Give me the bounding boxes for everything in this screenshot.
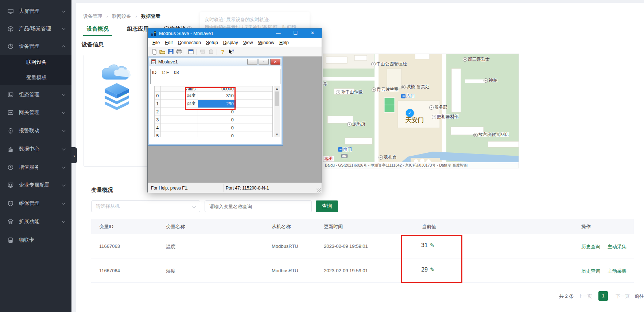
sidebar-item-extensions[interactable]: 扩展功能 [0,213,71,230]
resize-grip[interactable] [317,188,321,192]
shield-icon [7,200,14,207]
sidebar-item-product-mgmt[interactable]: 产品/场景管理 [0,20,71,38]
tab-device-overview[interactable]: 设备概况 [83,26,112,36]
help-icon[interactable]: ? [218,48,227,55]
variable-search-input[interactable] [205,200,312,212]
chevron-down-icon [62,183,66,187]
disconnect-icon[interactable] [207,48,215,55]
pagination-page-1[interactable]: 1 [598,291,608,301]
chevron-down-icon [193,205,196,208]
history-query-link[interactable]: 历史查询 [581,243,600,250]
minimize-button[interactable]: — [272,28,284,38]
menu-view[interactable]: View [241,40,256,45]
map-poi-label [341,154,348,158]
alias-cell[interactable]: 温度 [161,92,198,100]
breadcrumb-device-mgmt[interactable]: 设备管理 [83,13,102,19]
sidebar-item-variable-templates[interactable]: 变量模板 [0,70,71,85]
chevron-up-icon [62,45,66,49]
table-header-row: 变量ID 变量名称 从机名称 更新时间 当前值 操作 [91,219,634,234]
alias-cell[interactable] [161,116,198,124]
menu-setup[interactable]: Setup [203,40,221,45]
open-icon[interactable] [158,48,167,55]
modbus-titlebar[interactable]: Modbus Slave - Mbslave1 — ☐ ✕ [148,28,322,38]
grid-row: 1 湿度 290 [155,100,272,108]
selected-value-cell[interactable]: 290 [198,100,236,108]
sidebar-item-alarm-linkage[interactable]: 报警联动 [0,122,71,140]
scroll-down-icon[interactable]: ▼ [274,133,280,136]
sidebar-item-scada-mgmt[interactable]: 组态管理 [0,86,71,104]
sidebar-item-gateway-mgmt[interactable]: 网关管理 [0,104,71,121]
menu-edit[interactable]: Edit [162,40,175,45]
scroll-up-icon[interactable]: ▲ [274,87,280,90]
sidebar-item-iot-card[interactable]: 物联卡 [0,231,71,249]
pagination-next-button[interactable]: 下一页 [616,293,630,300]
value-cell[interactable]: 310 [198,92,236,100]
cell-update-time: 2023-02-09 19:59:01 [324,268,368,273]
menu-help[interactable]: Help [277,40,291,45]
breadcrumb: 设备管理 › 联网设备 › 数据查看 [83,13,160,20]
value-cell[interactable]: 0 [198,132,236,137]
section-title-variable-overview: 变量概况 [91,187,113,194]
sidebar-item-networked-devices[interactable]: 联网设备 [0,55,71,70]
edit-value-icon[interactable]: ✎ [430,266,435,273]
alarm-icon [7,128,14,134]
child-close-button[interactable]: ✕ [270,59,280,65]
search-button[interactable]: 查询 [316,200,338,212]
chevron-down-icon [62,219,66,223]
value-cell[interactable]: 0 [198,124,236,132]
status-port-text: Port 47: 115200-8-N-1 [226,186,269,191]
pie-chart-icon [7,43,14,50]
value-cell[interactable]: 0 [198,116,236,124]
menu-file[interactable]: File [150,40,162,45]
grid-row: 3 0 [155,116,272,124]
child-maximize-button[interactable]: ▫ [259,59,269,65]
menu-connection[interactable]: Connection [175,40,203,45]
print-icon[interactable] [175,48,183,55]
chevron-down-icon [62,110,66,114]
sidebar-collapse-button[interactable]: ‹ [71,147,77,163]
active-collect-link[interactable]: 主动采集 [608,268,626,274]
modbus-toolbar: ? ? [148,47,322,56]
grid-scrollbar[interactable]: ▲ ▼ [274,86,280,137]
mbslave1-child-window: Mbslave1 — ▫ ✕ ID = 1: F = 03 Alias 0000… [148,56,283,145]
alias-cell[interactable] [161,108,198,116]
context-help-icon[interactable]: ? [227,48,235,55]
scroll-thumb[interactable] [275,91,279,106]
close-button[interactable]: ✕ [306,28,319,38]
edit-value-icon[interactable]: ✎ [430,242,435,248]
baidu-map[interactable]: 中山公园管理处 部三喜烈士 神柏 城楼-售票处 青云片兰室 孙中山铜像 入口 服… [323,54,519,168]
maximize-button[interactable]: ☐ [289,28,302,38]
grid-row: 0 温度 310 [155,92,272,100]
alias-cell[interactable] [161,124,198,132]
connect-icon[interactable] [198,48,207,55]
sidebar-item-screen-mgmt[interactable]: 大屏管理 [0,3,71,20]
sidebar-item-enterprise-config[interactable]: 企业专属配置 [0,176,71,194]
active-collect-link[interactable]: 主动采集 [608,243,626,250]
map-location-pin[interactable]: ✓ [406,109,414,117]
cell-current-value: 29✎ [421,266,434,273]
value-cell[interactable]: 0 [198,108,236,116]
menu-window[interactable]: Window [256,40,277,45]
cell-variable-id: 11667063 [99,243,120,249]
new-icon[interactable] [150,48,158,55]
breadcrumb-networked-devices[interactable]: 联网设备 [112,13,131,19]
map-type-button[interactable]: 地图 [323,156,334,162]
sidebar-item-value-added[interactable]: 增值服务 [0,159,71,176]
svg-text:?: ? [232,49,234,53]
save-icon[interactable] [167,48,175,55]
sidebar-item-device-mgmt[interactable]: 设备管理 [0,38,71,55]
alias-cell[interactable]: 湿度 [161,100,198,108]
sidebar-item-maintenance-mgmt[interactable]: 维保管理 [0,195,71,212]
sidebar-item-data-center[interactable]: 数据中心 [0,140,71,158]
display-settings-icon[interactable] [187,48,195,55]
breadcrumb-separator: › [106,13,108,19]
pagination-prev-button[interactable]: 上一页 [578,293,592,300]
child-minimize-button[interactable]: — [247,59,257,65]
menu-display[interactable]: Display [221,40,241,45]
monitor-icon [7,8,14,15]
slave-select[interactable]: 请选择从机 [91,200,200,212]
history-query-link[interactable]: 历史查询 [581,268,600,274]
alias-cell[interactable] [161,132,198,137]
child-titlebar[interactable]: Mbslave1 — ▫ ✕ [149,58,282,66]
modbus-app-icon [151,31,156,36]
